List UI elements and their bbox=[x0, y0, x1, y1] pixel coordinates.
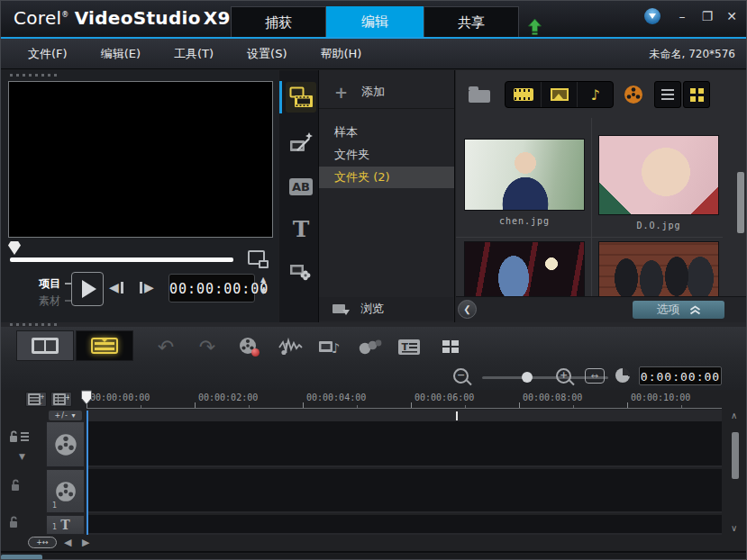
auto-music-icon: ♪ bbox=[318, 338, 342, 356]
add-remove-track-button[interactable]: +/- ▾ bbox=[49, 411, 82, 420]
video-track-header[interactable] bbox=[46, 421, 85, 467]
ripple-edit-title-button[interactable] bbox=[8, 516, 19, 528]
ripple-edit-overlay-button[interactable] bbox=[10, 479, 21, 492]
maximize-button[interactable]: ❐ bbox=[697, 6, 718, 26]
filter-photo-button[interactable] bbox=[542, 82, 578, 107]
playhead-line[interactable] bbox=[87, 411, 88, 535]
timeline-horizontal-scrollbar[interactable] bbox=[1, 554, 746, 560]
options-button[interactable]: 选项 bbox=[633, 301, 724, 319]
export-upload-icon[interactable] bbox=[527, 18, 542, 36]
timeline-view-button[interactable] bbox=[76, 330, 133, 361]
updates-badge-icon[interactable] bbox=[644, 8, 660, 24]
play-button[interactable] bbox=[71, 272, 104, 306]
clip-mode-label[interactable]: 素材 bbox=[39, 294, 72, 309]
timeline-ruler[interactable]: 00:00:00:00 00:00:02:00 00:00:04:00 00:0… bbox=[87, 390, 722, 409]
scrubber-handle[interactable] bbox=[8, 241, 21, 255]
zoom-out-button[interactable]: − bbox=[453, 368, 469, 384]
menu-tools[interactable]: 工具(T) bbox=[174, 46, 214, 62]
record-capture-button[interactable] bbox=[235, 334, 262, 359]
project-mode-label[interactable]: 项目 bbox=[39, 276, 72, 292]
category-media-button[interactable] bbox=[286, 82, 316, 113]
project-duration-button[interactable] bbox=[615, 368, 630, 383]
browse-button[interactable]: 浏览 bbox=[319, 297, 453, 321]
timeline-timecode[interactable]: 0:00:00:00 bbox=[639, 366, 722, 385]
ruler-label: 00:00:06:00 bbox=[414, 393, 474, 402]
track-manager-button[interactable]: +- bbox=[25, 392, 47, 407]
auto-music-button[interactable]: ♪ bbox=[316, 334, 343, 359]
tab-capture[interactable]: 捕获 bbox=[231, 6, 326, 37]
gallery-scroll-thumb[interactable] bbox=[737, 172, 744, 233]
undo-button[interactable]: ↶ bbox=[152, 334, 179, 359]
scroll-right-button[interactable]: ▶ bbox=[82, 537, 89, 548]
redo-button[interactable]: ↷ bbox=[194, 334, 221, 359]
grid-view-button[interactable] bbox=[683, 81, 710, 108]
menu-settings[interactable]: 设置(S) bbox=[247, 46, 287, 62]
spinner-up-icon[interactable]: ▲ bbox=[260, 276, 266, 284]
preview-timecode[interactable]: 00:00:00:00 bbox=[169, 274, 255, 303]
sound-mixer-button[interactable] bbox=[277, 334, 304, 359]
category-graphic-button[interactable] bbox=[286, 257, 316, 287]
zoom-in-button[interactable]: + bbox=[556, 368, 571, 384]
scroll-up-icon[interactable]: ∧ bbox=[731, 411, 737, 420]
minimize-button[interactable]: – bbox=[671, 6, 693, 26]
timecode-spinner[interactable]: ▲ ▼ bbox=[260, 276, 266, 295]
collapse-tracks-button[interactable]: ▼ bbox=[19, 452, 25, 461]
timeline-vertical-scrollbar[interactable]: ∧ ∨ bbox=[727, 409, 743, 535]
next-frame-button[interactable]: ▶ bbox=[140, 280, 154, 294]
menu-help[interactable]: 帮助(H) bbox=[320, 46, 361, 62]
filter-video-button[interactable] bbox=[506, 82, 542, 107]
overlay-track-header[interactable]: 1 bbox=[46, 469, 85, 513]
overlay-track[interactable] bbox=[87, 469, 722, 513]
multicam-editor-button[interactable] bbox=[437, 334, 464, 359]
swap-track-button[interactable]: +↔ bbox=[28, 537, 57, 548]
spinner-down-icon[interactable]: ▼ bbox=[260, 288, 266, 295]
video-track[interactable] bbox=[87, 421, 722, 467]
thumbnail-filename: chen.jpg bbox=[464, 216, 585, 226]
show-all-tracks-button[interactable]: + bbox=[50, 392, 72, 407]
media-thumbnail-partial-2[interactable] bbox=[598, 241, 719, 298]
media-thumbnail-chen[interactable]: chen.jpg bbox=[464, 139, 585, 226]
tab-share[interactable]: 共享 bbox=[424, 6, 519, 37]
enlarge-preview-icon[interactable] bbox=[248, 250, 265, 265]
gallery-scrollbar[interactable] bbox=[736, 120, 745, 296]
subtitle-editor-button[interactable]: T bbox=[396, 334, 423, 359]
fit-project-button[interactable]: ↔ bbox=[585, 368, 605, 384]
title-track-header[interactable]: 1 T bbox=[46, 515, 85, 535]
import-media-button[interactable] bbox=[467, 83, 494, 106]
list-view-button[interactable] bbox=[654, 81, 681, 108]
zoom-slider-thumb[interactable] bbox=[522, 372, 533, 383]
media-thumbnail-do[interactable]: D.O.jpg bbox=[598, 135, 719, 230]
menu-file[interactable]: 文件(F) bbox=[28, 46, 68, 62]
library-item-folder[interactable]: 文件夹 bbox=[319, 144, 454, 166]
motion-tracking-button[interactable] bbox=[356, 334, 383, 359]
vertical-scroll-thumb[interactable] bbox=[732, 432, 739, 479]
filter-audio-button[interactable]: ♪ bbox=[578, 82, 613, 107]
video-track-reel-icon bbox=[53, 432, 78, 457]
show-motion-media-button[interactable] bbox=[620, 83, 647, 106]
collapse-library-button[interactable]: ❮ bbox=[458, 300, 477, 319]
ripple-edit-all-button[interactable] bbox=[8, 430, 29, 443]
ruler-label: 00:00:02:00 bbox=[198, 393, 258, 402]
menu-edit[interactable]: 编辑(E) bbox=[101, 46, 141, 62]
prev-frame-icon: ◀ bbox=[109, 280, 119, 294]
playhead-marker[interactable] bbox=[80, 390, 93, 405]
timeline-drag-handle[interactable] bbox=[10, 323, 60, 326]
thumbnail-image bbox=[598, 135, 719, 215]
category-title-button[interactable]: T bbox=[286, 213, 316, 244]
tab-edit[interactable]: 编辑 bbox=[326, 6, 424, 37]
horizontal-scroll-thumb[interactable] bbox=[1, 555, 42, 560]
library-item-samples[interactable]: 样本 bbox=[319, 122, 454, 143]
library-item-folder2[interactable]: 文件夹 (2) bbox=[319, 167, 454, 188]
scroll-down-icon[interactable]: ∨ bbox=[731, 523, 737, 533]
media-thumbnail-partial-1[interactable] bbox=[464, 241, 585, 298]
add-folder-button[interactable]: + 添加 bbox=[319, 76, 454, 109]
category-instant-project-button[interactable] bbox=[286, 127, 316, 158]
panel-drag-handle[interactable] bbox=[10, 74, 60, 77]
close-button[interactable]: ✕ bbox=[721, 6, 742, 26]
previous-frame-button[interactable]: ◀ bbox=[109, 280, 123, 294]
storyboard-view-button[interactable] bbox=[16, 330, 74, 361]
title-track[interactable] bbox=[87, 515, 722, 535]
scrubber-track[interactable] bbox=[10, 257, 233, 262]
scroll-left-button[interactable]: ◀ bbox=[64, 537, 71, 548]
category-transition-button[interactable]: AB bbox=[286, 171, 316, 202]
